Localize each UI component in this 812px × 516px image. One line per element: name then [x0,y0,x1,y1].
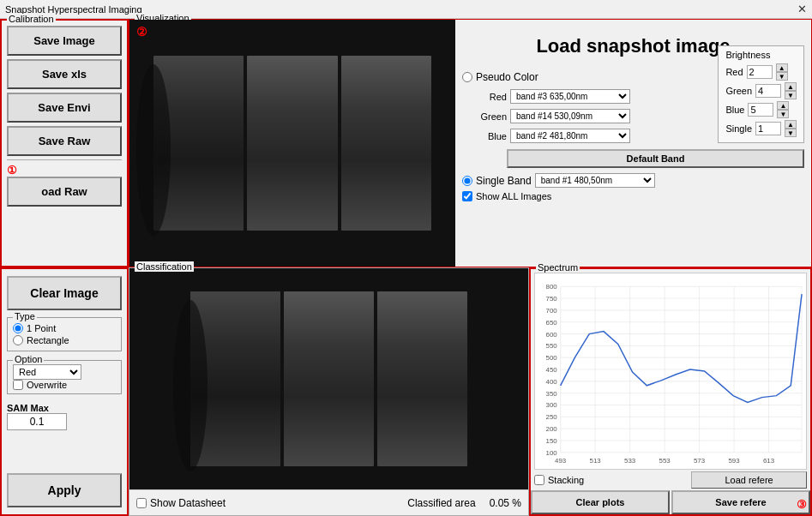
brightness-single-up[interactable]: ▲ [785,120,797,129]
calibration-panel: Calibration Save Image Save xls Save Env… [0,19,129,267]
one-point-label: 1 Point [27,323,56,333]
title-bar: Snapshot Hyperspectral Imaging ✕ [0,0,812,19]
classified-area-label: Classified area [407,497,475,509]
green-band-select[interactable]: band #14 530,09nm [510,109,630,123]
brightness-blue-up[interactable]: ▲ [777,101,789,110]
save-xls-button[interactable]: Save xls [7,59,122,89]
svg-text:300: 300 [546,401,558,409]
close-button[interactable]: ✕ [797,3,807,15]
class-hsi-canvas [183,285,475,473]
svg-text:573: 573 [694,457,706,465]
single-band-select[interactable]: band #1 480,50nm [535,173,655,188]
brightness-blue-label: Blue [725,105,744,115]
load-reference-button[interactable]: Load refere [691,471,807,489]
clear-plots-button[interactable]: Clear plots [531,490,670,514]
brightness-blue-input[interactable]: 5 [748,103,773,117]
one-point-radio[interactable] [13,323,23,333]
class-hsi-panel-left [190,291,280,466]
brightness-blue-down[interactable]: ▼ [777,110,789,118]
brightness-single-row: Single 1 ▲ ▼ [725,120,797,137]
clear-image-button[interactable]: Clear Image [7,276,122,310]
classification-left-panel: Clear Image Type 1 Point Rectangle Optio… [0,267,129,516]
chart-grid [561,286,802,453]
show-datasheet-checkbox[interactable] [136,498,147,508]
chart-y-axis: 800 750 700 650 600 550 500 450 400 350 … [546,283,558,457]
red-band-select[interactable]: band #3 635,00nm [510,89,630,104]
hsi-panel-right [341,56,431,231]
app-title: Snapshot Hyperspectral Imaging [5,4,797,15]
brightness-red-row: Red 2 ▲ ▼ [725,63,797,81]
spectrum-chart-area: 800 750 700 650 600 550 500 450 400 350 … [534,273,807,470]
single-band-radio[interactable] [462,176,472,186]
save-image-button[interactable]: Save Image [7,26,122,56]
svg-text:450: 450 [546,366,558,374]
viz-image-area: ② [129,20,455,267]
class-hsi-panel-mid [284,291,374,466]
brightness-red-label: Red [725,67,743,77]
main-container: Calibration Save Image Save xls Save Env… [0,19,812,516]
show-datasheet-row: Show Datasheet [136,497,226,509]
save-raw-button[interactable]: Save Raw [7,126,122,156]
pseudo-color-radio[interactable] [462,72,472,82]
class-dark-arc [173,300,208,471]
save-envi-button[interactable]: Save Envi [7,93,122,123]
viz-controls: Load snapshot image Pseudo Color Red ban… [455,20,811,267]
dark-arc [136,64,171,236]
pseudo-color-label: Pseudo Color [476,71,538,83]
circle1-label: ① [7,164,17,177]
apply-button[interactable]: Apply [7,473,122,507]
type-section: Type 1 Point Rectangle [7,317,122,351]
overwrite-checkbox[interactable] [13,380,23,390]
option-select[interactable]: Red [13,364,81,380]
brightness-single-label: Single [725,123,752,134]
spectrum-chart-svg: 800 750 700 650 600 550 500 450 400 350 … [535,273,806,469]
svg-text:500: 500 [546,354,558,362]
svg-text:493: 493 [555,457,567,465]
brightness-green-label: Green [725,86,752,96]
rectangle-item: Rectangle [13,335,116,345]
brightness-green-input[interactable]: 4 [755,84,781,98]
classified-area-value: 0.05 % [490,497,521,509]
brightness-red-up[interactable]: ▲ [776,63,788,72]
single-band-row: Single Band band #1 480,50nm [462,173,804,188]
brightness-red-input[interactable]: 2 [747,65,773,79]
show-all-checkbox[interactable] [462,191,472,201]
show-all-row: Show ALL Images [462,191,804,201]
brightness-green-up[interactable]: ▲ [785,82,797,91]
load-raw-button[interactable]: oad Raw [7,177,122,207]
viz-inner: ② Load snapshot image [129,20,811,267]
green-band-label: Green [476,111,507,122]
svg-text:613: 613 [763,457,775,465]
svg-text:350: 350 [546,390,558,398]
brightness-green-down[interactable]: ▼ [785,91,797,99]
option-label: Option [13,354,44,364]
stacking-checkbox[interactable] [534,475,544,485]
single-band-label: Single Band [476,175,532,187]
svg-text:650: 650 [546,319,558,327]
overwrite-row: Overwrite [13,380,116,390]
blue-band-select[interactable]: band #2 481,80nm [510,129,630,143]
default-band-button[interactable]: Default Band [507,149,804,168]
sam-max-section: SAM Max 0.1 [7,401,122,430]
overwrite-label: Overwrite [27,380,67,390]
show-datasheet-label: Show Datasheet [150,497,226,509]
rectangle-radio[interactable] [13,335,23,345]
brightness-single-input[interactable]: 1 [755,122,781,135]
type-label: Type [13,311,37,321]
spectrum-footer-top: Stacking Load refere [531,470,810,490]
rectangle-label: Rectangle [27,335,69,345]
svg-text:200: 200 [546,425,558,433]
classification-label: Classification [135,261,194,272]
top-row: Calibration Save Image Save xls Save Env… [0,19,812,267]
hsi-panel-left [153,56,244,231]
svg-text:600: 600 [546,331,558,339]
brightness-single-down[interactable]: ▼ [785,129,797,137]
load-raw-section: ① oad Raw [7,159,122,207]
svg-text:750: 750 [546,295,558,303]
save-reference-button[interactable]: Save refere [671,490,810,514]
svg-text:533: 533 [624,457,636,465]
classification-footer: Show Datasheet Classified area 0.05 % [129,489,528,515]
sam-max-input[interactable]: 0.1 [7,413,67,430]
circle2-label: ② [136,25,147,39]
brightness-red-down[interactable]: ▼ [776,72,788,81]
